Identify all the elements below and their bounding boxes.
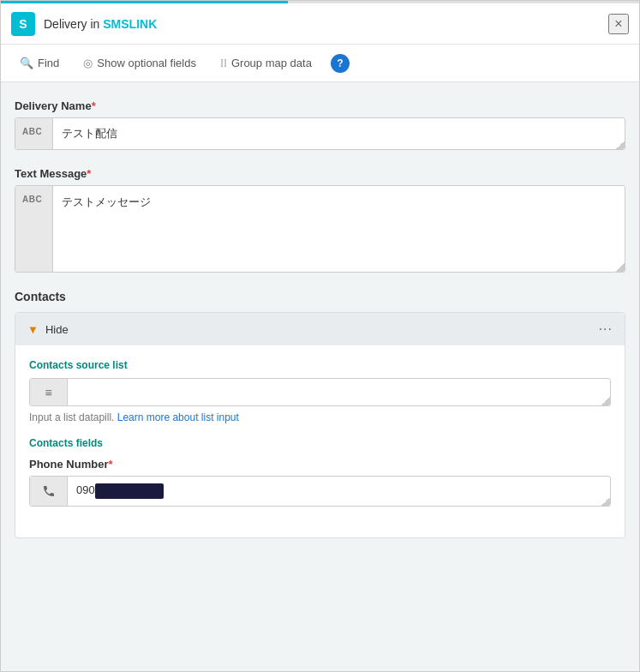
phone-input-display[interactable]: 090 (68, 477, 601, 506)
text-message-input-wrapper: ABC テストメッセージ (15, 185, 625, 273)
delivery-name-input[interactable] (53, 118, 616, 149)
delivery-name-input-wrapper: ABC (15, 117, 625, 150)
app-name: SMSLINK (103, 17, 157, 31)
help-button[interactable]: ? (331, 54, 350, 73)
app-logo: S (11, 12, 35, 36)
text-message-required: * (87, 167, 91, 180)
phone-number-required: * (108, 458, 112, 471)
contacts-fields-label: Contacts fields (29, 437, 611, 449)
find-button[interactable]: 🔍 Find (15, 53, 64, 73)
text-message-label: Text Message* (15, 167, 625, 180)
contacts-source-label: Contacts source list (29, 359, 611, 371)
contacts-body: Contacts source list ≡ Input a list data… (15, 345, 625, 537)
search-icon: 🔍 (20, 57, 33, 69)
hint-static: Input a list datapill. (29, 411, 114, 423)
textarea-resize-handle (616, 263, 625, 272)
contacts-source-input[interactable] (68, 379, 601, 405)
main-window: S Delivery in SMSLINK × 🔍 Find ◎ Show op… (0, 0, 640, 672)
eye-icon: ◎ (83, 57, 93, 69)
group-map-button[interactable]: ⁞⁞ Group map data (215, 53, 317, 73)
group-map-label: Group map data (231, 57, 312, 69)
more-options-button[interactable]: ··· (599, 321, 613, 337)
progress-bar (1, 1, 639, 3)
progress-fill (1, 1, 288, 3)
delivery-name-group: Delivery Name* ABC (15, 99, 625, 150)
resize-handle (616, 141, 625, 149)
text-message-label-text: Text Message (15, 167, 87, 180)
delivery-name-label: Delivery Name* (15, 99, 625, 112)
hint-text: Input a list datapill. Learn more about … (29, 411, 611, 423)
contacts-header: ▼ Hide ··· (15, 313, 625, 345)
delivery-name-label-text: Delivery Name (15, 99, 92, 112)
list-icon-badge: ≡ (30, 379, 68, 405)
list-resize-handle (601, 397, 610, 405)
phone-masked-value (95, 483, 164, 499)
delivery-name-required: * (92, 99, 96, 112)
phone-prefix: 090 (76, 483, 95, 496)
chevron-down-icon[interactable]: ▼ (27, 323, 39, 336)
phone-number-group: Phone Number* 090 (29, 458, 611, 507)
find-label: Find (38, 57, 59, 69)
contacts-section-title: Contacts (15, 290, 625, 303)
contacts-panel: ▼ Hide ··· Contacts source list ≡ Input … (15, 312, 625, 538)
title-prefix: Delivery in (44, 17, 103, 31)
show-optional-label: Show optional fields (97, 57, 196, 69)
form-content: Delivery Name* ABC Text Message* ABC テスト… (1, 82, 639, 671)
phone-number-label-text: Phone Number (29, 458, 108, 471)
hint-link[interactable]: Learn more about list input (117, 411, 239, 423)
phone-resize-handle (601, 497, 610, 506)
phone-number-label: Phone Number* (29, 458, 611, 471)
text-message-group: Text Message* ABC テストメッセージ (15, 167, 625, 273)
text-message-input[interactable]: テストメッセージ (53, 186, 616, 272)
phone-input-wrapper: 090 (29, 476, 611, 507)
window-title: Delivery in SMSLINK (44, 17, 608, 31)
contacts-source-input-wrapper: ≡ (29, 378, 611, 406)
delivery-name-type-badge: ABC (15, 118, 53, 149)
close-button[interactable]: × (608, 14, 629, 34)
text-message-type-badge: ABC (15, 186, 53, 272)
phone-icon (42, 484, 56, 498)
title-bar: S Delivery in SMSLINK × (1, 3, 639, 45)
toolbar: 🔍 Find ◎ Show optional fields ⁞⁞ Group m… (1, 45, 639, 82)
contacts-header-left: ▼ Hide (27, 323, 69, 336)
phone-icon-badge (30, 477, 68, 506)
show-optional-button[interactable]: ◎ Show optional fields (78, 53, 201, 73)
columns-icon: ⁞⁞ (220, 57, 227, 69)
hide-label[interactable]: Hide (45, 323, 69, 336)
list-icon: ≡ (45, 386, 51, 399)
